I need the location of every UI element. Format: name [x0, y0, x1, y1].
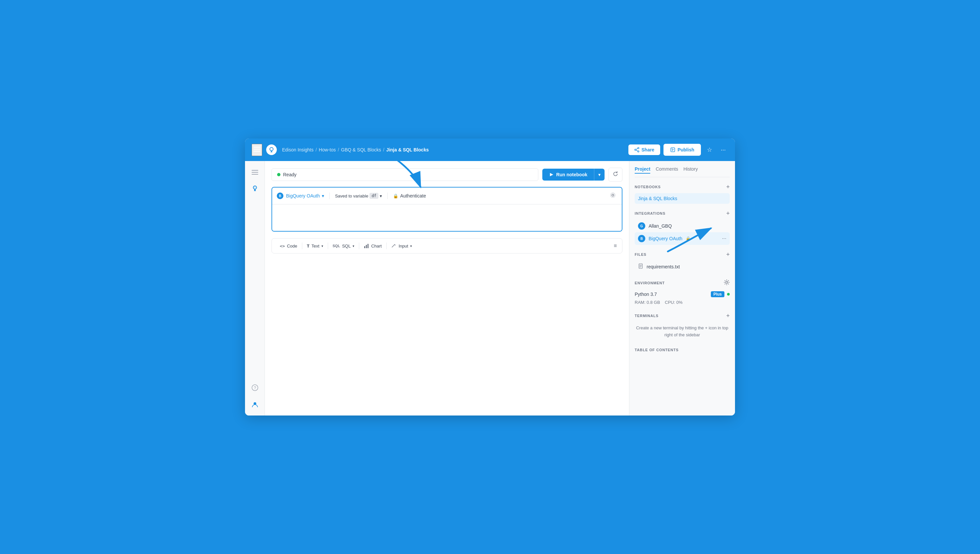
terminals-description: Create a new terminal by hitting the + i… — [635, 322, 730, 341]
bigquery-lock-icon: 🔒 — [686, 236, 690, 241]
environment-section: ENVIRONMENT Python 3.7 Plus RAM: 0.8 GB — [635, 279, 730, 306]
notebooks-header: NOTEBOOKS + — [635, 184, 730, 190]
toc-title: TABLE OF CONTENTS — [635, 348, 679, 352]
status-bar: Ready Run notebook ▾ — [272, 168, 622, 182]
block-separator-2 — [387, 193, 388, 199]
tab-comments[interactable]: Comments — [655, 166, 678, 174]
tab-history[interactable]: History — [683, 166, 698, 174]
file-item-requirements[interactable]: requirements.txt — [635, 261, 730, 273]
environment-row-python: Python 3.7 Plus — [635, 290, 730, 299]
files-title: FILES — [635, 252, 647, 257]
add-chart-button[interactable]: Chart — [360, 241, 386, 251]
sidebar-tabs: Project Comments History — [635, 166, 730, 177]
notebook-item-jinja[interactable]: Jinja & SQL Blocks — [635, 193, 730, 204]
add-block-sep-1 — [302, 243, 302, 249]
notebooks-title: NOTEBOOKS — [635, 185, 661, 189]
add-input-button[interactable]: Input ▾ — [387, 241, 416, 251]
svg-rect-11 — [671, 148, 675, 152]
integrations-add-button[interactable]: + — [726, 211, 730, 216]
integration-item-bigquery[interactable]: B BigQuery OAuth 🔒 ··· — [635, 232, 730, 245]
environment-status-dot — [727, 293, 730, 295]
svg-rect-16 — [251, 172, 258, 172]
chart-icon — [364, 243, 369, 249]
terminals-title: TERMINALS — [635, 314, 659, 318]
terminals-section: TERMINALS + Create a new terminal by hit… — [635, 313, 730, 341]
logo-icon — [266, 144, 277, 155]
text-icon: T — [307, 244, 310, 249]
app-window: Edison Insights / How-tos / GBQ & SQL Bl… — [245, 139, 735, 415]
share-label: Share — [642, 147, 655, 152]
run-notebook-button[interactable]: Run notebook — [542, 169, 594, 180]
block-separator-1 — [329, 193, 330, 199]
breadcrumb-sep-2: / — [338, 147, 339, 152]
notebook-label: Jinja & SQL Blocks — [638, 196, 678, 201]
star-button[interactable]: ☆ — [704, 145, 715, 155]
authenticate-button[interactable]: 🔒 Authenticate — [390, 192, 429, 200]
block-type-chevron: ▾ — [322, 193, 324, 198]
breadcrumb-item-gbq[interactable]: GBQ & SQL Blocks — [341, 147, 381, 152]
svg-marker-24 — [550, 173, 553, 176]
add-code-button[interactable]: <> Code — [276, 241, 301, 251]
saved-variable-button[interactable]: Saved to variable df ▾ — [332, 192, 385, 200]
text-chevron: ▾ — [321, 244, 323, 248]
svg-text:?: ? — [254, 386, 256, 390]
publish-button[interactable]: Publish — [663, 144, 701, 156]
svg-rect-30 — [368, 244, 369, 248]
text-label: Text — [312, 244, 320, 249]
more-options-button[interactable]: ··· — [718, 145, 729, 155]
add-text-button[interactable]: T Text ▾ — [303, 241, 327, 251]
svg-rect-1 — [254, 149, 260, 150]
add-sql-button[interactable]: SQL SQL ▾ — [329, 241, 359, 251]
svg-line-32 — [395, 244, 395, 245]
refresh-button[interactable] — [609, 168, 622, 182]
block-settings-button[interactable] — [609, 191, 617, 201]
allan-integration-label: Allan_GBQ — [649, 224, 672, 228]
left-sidebar-bulb-icon[interactable] — [249, 182, 261, 194]
sidebar-toggle-button[interactable] — [251, 144, 262, 156]
breadcrumb-item-edison[interactable]: Edison Insights — [282, 147, 313, 152]
integration-item-allan[interactable]: G Allan_GBQ — [635, 220, 730, 232]
add-block-bar: <> Code T Text ▾ SQL SQL ▾ C — [272, 238, 622, 254]
sql-label: SQL — [342, 244, 351, 249]
block-type-icon: B — [277, 193, 283, 199]
saved-to-label: Saved to variable — [335, 193, 368, 198]
status-indicator: Ready — [272, 168, 538, 181]
environment-gear-icon[interactable] — [724, 279, 730, 287]
block-toolbar: B BigQuery OAuth ▾ Saved to variable df … — [272, 188, 622, 204]
variable-name: df — [369, 193, 378, 199]
svg-rect-17 — [251, 174, 258, 175]
sql-chevron: ▾ — [353, 244, 354, 248]
svg-line-10 — [636, 150, 637, 151]
svg-point-18 — [253, 186, 256, 189]
var-chevron: ▾ — [380, 193, 382, 198]
share-button[interactable]: Share — [628, 144, 660, 155]
left-sidebar-menu-icon[interactable] — [249, 166, 261, 178]
environment-header: ENVIRONMENT — [635, 279, 730, 287]
files-header: FILES + — [635, 251, 730, 257]
bigquery-more-icon[interactable]: ··· — [722, 236, 726, 241]
notebooks-add-button[interactable]: + — [726, 184, 730, 190]
notebooks-section: NOTEBOOKS + Jinja & SQL Blocks — [635, 184, 730, 204]
block-type-button[interactable]: BigQuery OAuth ▾ — [283, 192, 327, 200]
svg-rect-0 — [254, 147, 260, 148]
block-type-label: BigQuery OAuth — [286, 193, 320, 198]
svg-point-38 — [726, 281, 728, 283]
run-dropdown-button[interactable]: ▾ — [594, 169, 605, 180]
svg-rect-15 — [251, 170, 258, 171]
user-icon[interactable] — [249, 398, 261, 410]
header-left — [251, 144, 277, 156]
cpu-label: CPU: 0% — [665, 300, 682, 305]
chart-label: Chart — [371, 244, 382, 249]
breadcrumb-item-howtos[interactable]: How-tos — [319, 147, 336, 152]
breadcrumb-sep-3: / — [383, 147, 384, 152]
terminals-add-button[interactable]: + — [726, 313, 730, 319]
tab-project[interactable]: Project — [635, 166, 650, 174]
right-sidebar: Project Comments History NOTEBOOKS + Jin… — [629, 161, 735, 415]
publish-label: Publish — [678, 147, 694, 152]
svg-point-26 — [611, 193, 615, 198]
breadcrumb: Edison Insights / How-tos / GBQ & SQL Bl… — [282, 147, 628, 152]
run-label: Run notebook — [556, 172, 587, 177]
help-icon[interactable]: ? — [249, 382, 261, 394]
files-add-button[interactable]: + — [726, 251, 730, 257]
add-block-more-button[interactable]: ≡ — [612, 241, 618, 250]
